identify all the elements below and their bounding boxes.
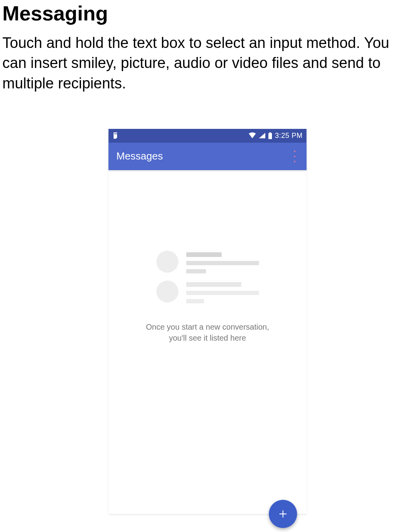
skeleton-avatar-icon xyxy=(156,251,178,273)
page-description: Touch and hold the text box to select an… xyxy=(2,33,413,94)
phone-screenshot: 3:25 PM Messages xyxy=(108,129,307,514)
skeleton-avatar-icon xyxy=(156,281,178,303)
skeleton-line xyxy=(186,252,222,257)
skeleton-row xyxy=(156,281,259,303)
empty-state: Once you start a new conversation, you'l… xyxy=(108,251,307,343)
svg-rect-2 xyxy=(116,133,117,134)
sd-card-icon xyxy=(112,132,119,139)
skeleton-line xyxy=(186,261,259,265)
plus-icon xyxy=(277,508,288,519)
wifi-icon xyxy=(248,132,256,139)
page-title: Messaging xyxy=(2,0,413,25)
new-conversation-button[interactable] xyxy=(269,500,297,528)
skeleton-line xyxy=(186,269,206,273)
skeleton-line xyxy=(186,299,204,303)
status-clock: 3:25 PM xyxy=(275,132,303,140)
battery-icon xyxy=(268,132,272,139)
svg-rect-4 xyxy=(269,132,271,133)
signal-icon xyxy=(259,132,266,139)
empty-state-line2: you'll see it listed here xyxy=(169,334,246,342)
empty-state-line1: Once you start a new conversation, xyxy=(146,323,269,331)
overflow-menu-icon[interactable] xyxy=(291,149,299,164)
skeleton-row xyxy=(156,251,259,273)
svg-rect-0 xyxy=(114,133,115,134)
skeleton-line xyxy=(186,291,259,295)
skeleton-line xyxy=(186,282,241,287)
empty-state-text: Once you start a new conversation, you'l… xyxy=(146,321,269,343)
status-bar: 3:25 PM xyxy=(108,129,307,143)
svg-rect-3 xyxy=(268,133,272,139)
app-bar: Messages xyxy=(108,143,307,170)
svg-rect-1 xyxy=(116,133,116,134)
app-title: Messages xyxy=(116,150,163,162)
